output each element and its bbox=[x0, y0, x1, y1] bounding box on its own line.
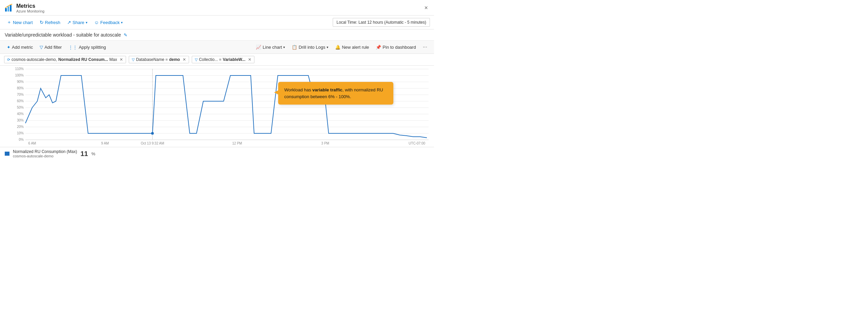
metric-pill-text-normal: cosmos-autoscale-demo, bbox=[12, 57, 57, 62]
chart-title: Variable/unpredictable workload - suitab… bbox=[5, 32, 121, 38]
metric-pill-icon: ⟳ bbox=[7, 58, 10, 62]
plus-icon: ＋ bbox=[7, 19, 12, 25]
edit-icon[interactable]: ✎ bbox=[124, 32, 127, 38]
line-chart-chevron-icon: ▾ bbox=[283, 45, 285, 49]
refresh-icon: ↻ bbox=[40, 20, 44, 25]
svg-text:70%: 70% bbox=[17, 93, 24, 96]
apply-splitting-button[interactable]: ⋮⋮ Apply splitting bbox=[66, 43, 108, 51]
drill-logs-chevron-icon: ▾ bbox=[327, 45, 328, 49]
toolbar-left: ＋ New chart ↻ Refresh ↗ Share ▾ ☺ Feedba… bbox=[4, 18, 125, 27]
drill-logs-label: Drill into Logs bbox=[298, 45, 325, 50]
legend-bar: Normalized RU Consumption (Max) cosmos-a… bbox=[0, 147, 434, 159]
legend-sublabel: cosmos-autoscale-demo bbox=[13, 154, 77, 158]
app-title: Metrics bbox=[16, 3, 44, 9]
time-range-button[interactable]: Local Time: Last 12 hours (Automatic - 5… bbox=[333, 18, 430, 27]
metric-pill-text-bold: Normalized RU Consum... bbox=[58, 57, 108, 62]
main-chart: 110% 100% 90% 80% 70% 60% 50% 40% 30% 20… bbox=[0, 66, 434, 147]
svg-text:20%: 20% bbox=[17, 125, 24, 129]
share-icon: ↗ bbox=[67, 20, 71, 25]
new-alert-rule-label: New alert rule bbox=[342, 45, 369, 50]
svg-text:60%: 60% bbox=[17, 99, 24, 103]
filter-bar: ⟳ cosmos-autoscale-demo, Normalized RU C… bbox=[0, 54, 434, 66]
line-chart-button[interactable]: 📈 Line chart ▾ bbox=[253, 43, 288, 51]
app-subtitle: Azure Monitoring bbox=[16, 9, 44, 13]
time-range-label: Local Time: Last 12 hours (Automatic - 5… bbox=[336, 20, 426, 25]
coll-pill-text-bold: VariableW... bbox=[223, 57, 246, 62]
svg-text:110%: 110% bbox=[15, 67, 24, 71]
app-icon bbox=[4, 3, 14, 13]
pin-dashboard-label: Pin to dashboard bbox=[383, 45, 416, 50]
close-button[interactable]: × bbox=[422, 4, 430, 12]
add-filter-button[interactable]: ▽ Add filter bbox=[37, 43, 64, 51]
share-chevron-icon: ▾ bbox=[86, 21, 87, 24]
chart-title-bar: Variable/unpredictable workload - suitab… bbox=[0, 29, 434, 41]
line-chart-label: Line chart bbox=[263, 45, 282, 50]
svg-text:50%: 50% bbox=[17, 106, 24, 109]
legend-value: 11 bbox=[80, 150, 88, 158]
metric-pill-remove[interactable]: ✕ bbox=[120, 57, 123, 62]
coll-pill-text-normal: Collectio... = bbox=[199, 57, 221, 62]
svg-text:80%: 80% bbox=[17, 86, 24, 90]
svg-text:UTC-07:00: UTC-07:00 bbox=[409, 141, 425, 145]
svg-rect-4 bbox=[0, 66, 434, 147]
tooltip-bubble: Workload has variable traffic, with norm… bbox=[278, 82, 393, 105]
alert-icon: 🔔 bbox=[335, 45, 340, 50]
svg-text:90%: 90% bbox=[17, 80, 24, 84]
share-button[interactable]: ↗ Share ▾ bbox=[64, 18, 90, 27]
collection-filter-pill[interactable]: ▽ Collectio... = VariableW... ✕ bbox=[192, 56, 254, 63]
legend-text-group: Normalized RU Consumption (Max) cosmos-a… bbox=[13, 149, 77, 158]
coll-pill-remove[interactable]: ✕ bbox=[248, 57, 251, 62]
svg-rect-1 bbox=[5, 8, 7, 12]
apply-splitting-label: Apply splitting bbox=[79, 45, 106, 50]
new-chart-label: New chart bbox=[13, 20, 33, 25]
metrics-toolbar-left: ✦ Add metric ▽ Add filter ⋮⋮ Apply split… bbox=[4, 43, 109, 51]
add-filter-label: Add filter bbox=[44, 45, 62, 50]
split-icon: ⋮⋮ bbox=[68, 45, 77, 50]
svg-text:9 AM: 9 AM bbox=[101, 141, 109, 145]
pin-dashboard-button[interactable]: 📌 Pin to dashboard bbox=[373, 43, 418, 51]
toolbar: ＋ New chart ↻ Refresh ↗ Share ▾ ☺ Feedba… bbox=[0, 16, 434, 29]
new-alert-rule-button[interactable]: 🔔 New alert rule bbox=[332, 43, 372, 51]
feedback-icon: ☺ bbox=[94, 20, 99, 25]
svg-text:30%: 30% bbox=[17, 118, 24, 122]
header-left: Metrics Azure Monitoring bbox=[4, 3, 44, 13]
header: Metrics Azure Monitoring × bbox=[0, 0, 434, 16]
metric-filter-pill[interactable]: ⟳ cosmos-autoscale-demo, Normalized RU C… bbox=[4, 56, 126, 63]
tooltip-text-bold: variable traffic bbox=[312, 87, 343, 92]
refresh-label: Refresh bbox=[45, 20, 61, 25]
chart-container: Workload has variable traffic, with norm… bbox=[0, 66, 434, 147]
db-pill-text-normal: DatabaseName = bbox=[136, 57, 168, 62]
add-metric-icon: ✦ bbox=[7, 45, 11, 50]
svg-text:0%: 0% bbox=[19, 138, 24, 141]
svg-text:6 AM: 6 AM bbox=[28, 141, 36, 145]
new-chart-button[interactable]: ＋ New chart bbox=[4, 18, 36, 27]
app-title-group: Metrics Azure Monitoring bbox=[16, 3, 44, 13]
add-metric-label: Add metric bbox=[12, 45, 33, 50]
legend-label: Normalized RU Consumption (Max) bbox=[13, 149, 77, 154]
svg-text:100%: 100% bbox=[15, 73, 24, 77]
svg-rect-2 bbox=[7, 6, 9, 12]
pin-icon: 📌 bbox=[376, 45, 381, 50]
drill-logs-icon: 📋 bbox=[292, 45, 297, 50]
feedback-button[interactable]: ☺ Feedback ▾ bbox=[91, 18, 125, 27]
db-pill-icon: ▽ bbox=[132, 58, 135, 62]
refresh-button[interactable]: ↻ Refresh bbox=[37, 18, 63, 27]
feedback-chevron-icon: ▾ bbox=[121, 21, 123, 24]
drill-logs-button[interactable]: 📋 Drill into Logs ▾ bbox=[289, 43, 331, 51]
svg-text:10%: 10% bbox=[17, 131, 24, 135]
svg-text:12 PM: 12 PM bbox=[232, 141, 242, 145]
filter-icon: ▽ bbox=[40, 45, 43, 50]
more-options-button[interactable]: ··· bbox=[420, 43, 430, 51]
line-chart-icon: 📈 bbox=[256, 45, 261, 50]
metrics-toolbar-right: 📈 Line chart ▾ 📋 Drill into Logs ▾ 🔔 New… bbox=[253, 43, 430, 51]
add-metric-button[interactable]: ✦ Add metric bbox=[4, 43, 36, 51]
db-pill-remove[interactable]: ✕ bbox=[183, 57, 186, 62]
database-filter-pill[interactable]: ▽ DatabaseName = demo ✕ bbox=[129, 56, 189, 63]
svg-text:Oct 13 9:32 AM: Oct 13 9:32 AM bbox=[141, 141, 164, 145]
coll-pill-icon: ▽ bbox=[195, 58, 198, 62]
svg-text:3 PM: 3 PM bbox=[321, 141, 329, 145]
legend-unit: % bbox=[91, 151, 96, 156]
metric-pill-text-suffix: Max bbox=[109, 57, 117, 62]
feedback-label: Feedback bbox=[100, 20, 120, 25]
svg-text:40%: 40% bbox=[17, 112, 24, 116]
